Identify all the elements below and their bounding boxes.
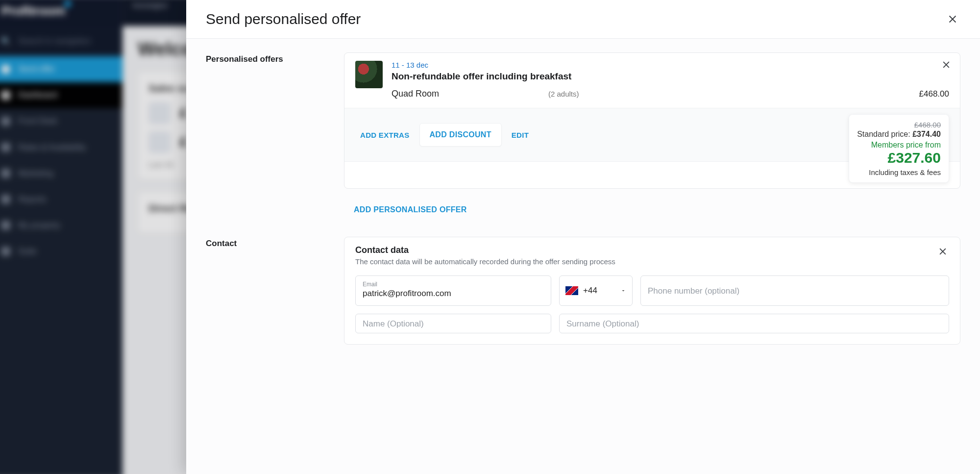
- close-icon: [941, 60, 951, 70]
- close-icon: [947, 14, 958, 25]
- email-field-wrapper[interactable]: Email: [355, 275, 551, 306]
- offer-actions-row: ADD EXTRAS ADD DISCOUNT EDIT £468.00 Sta…: [344, 108, 960, 161]
- name-input[interactable]: [363, 319, 544, 329]
- offer-room-row: Quad Room (2 adults) £468.00: [392, 89, 949, 99]
- panel-close-button[interactable]: [945, 11, 960, 27]
- dial-code-value: +44: [583, 286, 597, 296]
- members-price-value: £327.60: [857, 150, 941, 166]
- surname-field-wrapper[interactable]: [559, 314, 949, 333]
- section-contact: Contact Contact data The contact data wi…: [206, 237, 960, 345]
- offer-text: 11 - 13 dec Non-refundable offer includi…: [392, 61, 949, 99]
- price-summary-box: £468.00 Standard price: £374.40 Members …: [849, 114, 949, 183]
- original-price: £468.00: [857, 121, 941, 129]
- contact-card-header: Contact data The contact data will be au…: [344, 237, 960, 273]
- offer-name: Non-refundable offer including breakfast: [392, 71, 949, 82]
- name-field-wrapper[interactable]: [355, 314, 551, 333]
- contact-card-title: Contact data: [355, 245, 615, 255]
- offer-thumbnail: [355, 61, 383, 88]
- offer-remove-button[interactable]: [941, 60, 951, 70]
- standard-price-label: Standard price:: [857, 130, 910, 138]
- section-label-offers: Personalised offers: [206, 52, 326, 217]
- dial-code-selector[interactable]: +44: [559, 275, 633, 306]
- members-price-label: Members price from: [857, 141, 941, 150]
- add-personalised-offer-row: ADD PERSONALISED OFFER: [344, 202, 960, 217]
- add-discount-button[interactable]: ADD DISCOUNT: [419, 123, 502, 147]
- contact-card-subtitle: The contact data will be automatically r…: [355, 257, 615, 266]
- phone-field-wrapper[interactable]: [640, 275, 949, 306]
- offer-room: Quad Room: [392, 89, 548, 99]
- section-offers: Personalised offers 11 - 13 dec Non-refu…: [206, 52, 960, 217]
- panel-title: Send personalised offer: [206, 11, 361, 27]
- tax-note: Including taxes & fees: [857, 168, 941, 176]
- standard-price-row: Standard price: £374.40: [857, 130, 941, 139]
- panel-header: Send personalised offer: [186, 0, 980, 39]
- add-personalised-offer-button[interactable]: ADD PERSONALISED OFFER: [349, 201, 472, 218]
- chevron-down-icon: [620, 288, 626, 294]
- contact-form: Email +44: [344, 273, 960, 344]
- email-label: Email: [363, 281, 544, 288]
- offer-occupancy: (2 adults): [548, 90, 579, 98]
- email-input[interactable]: [363, 289, 544, 299]
- offer-line-price: £468.00: [919, 89, 949, 99]
- flag-icon: [565, 286, 578, 295]
- send-offer-panel: Send personalised offer Personalised off…: [186, 0, 980, 474]
- edit-offer-button[interactable]: EDIT: [507, 127, 534, 143]
- phone-input[interactable]: [648, 286, 942, 296]
- contact-remove-button[interactable]: [936, 245, 949, 258]
- close-icon: [938, 247, 948, 256]
- add-extras-button[interactable]: ADD EXTRAS: [355, 127, 415, 143]
- contact-card: Contact data The contact data will be au…: [344, 237, 960, 345]
- panel-body: Personalised offers 11 - 13 dec Non-refu…: [186, 39, 980, 474]
- section-content-offers: 11 - 13 dec Non-refundable offer includi…: [344, 52, 960, 217]
- offer-summary: 11 - 13 dec Non-refundable offer includi…: [344, 53, 960, 108]
- section-label-contact: Contact: [206, 237, 326, 345]
- surname-input[interactable]: [566, 319, 942, 329]
- section-content-contact: Contact data The contact data will be au…: [344, 237, 960, 345]
- standard-price-value: £374.40: [912, 130, 941, 138]
- offer-dates: 11 - 13 dec: [392, 61, 949, 69]
- offer-card: 11 - 13 dec Non-refundable offer includi…: [344, 52, 960, 189]
